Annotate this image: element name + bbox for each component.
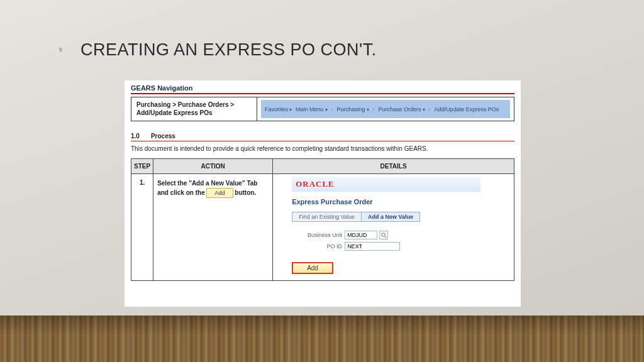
po-id-input[interactable] (345, 242, 400, 251)
tab-strip: Find an Existing Value Add a New Value (292, 212, 509, 222)
business-unit-row: Business Unit (292, 231, 509, 239)
tab-add-new-value[interactable]: Add a New Value (362, 212, 420, 222)
divider (131, 93, 514, 94)
chevron-right-icon: › (429, 106, 431, 112)
svg-line-1 (384, 236, 386, 238)
po-id-label: PO ID (292, 243, 342, 250)
business-unit-label: Business Unit (292, 232, 342, 238)
lookup-icon[interactable] (379, 231, 388, 239)
steps-table: STEP ACTION DETAILS 1. Select the "Add a… (131, 158, 514, 281)
slide-stage: 5 CREATING AN EXPRESS PO CON'T. GEARS Na… (0, 0, 644, 362)
add-chip-icon: Add (206, 188, 233, 198)
crumb-label: Purchasing (337, 106, 365, 112)
caret-down-icon: ▾ (325, 107, 328, 112)
chevron-right-icon: › (331, 106, 333, 112)
po-id-row: PO ID (292, 242, 509, 251)
crumb-purchasing[interactable]: Purchasing▾ (337, 106, 369, 112)
intro-text: This document is intended to provide a q… (131, 145, 514, 152)
crumb-main-menu[interactable]: Main Menu▾ (296, 106, 328, 112)
table-row: 1. Select the "Add a New Value" Tab and … (131, 174, 514, 281)
caret-down-icon: ▾ (423, 107, 425, 112)
navigation-row: Purchasing > Purchase Orders > Add/Updat… (131, 97, 514, 121)
oracle-logo: ORACLE (296, 179, 335, 189)
action-text-b: button. (235, 189, 256, 196)
divider (131, 141, 514, 141)
document-panel: GEARS Navigation Purchasing > Purchase O… (125, 80, 521, 307)
page-subheading: Express Purchase Order (292, 198, 509, 206)
crumb-label: Main Menu (296, 106, 324, 112)
section-title: Process (151, 133, 175, 140)
crumb-label: Favorites (265, 106, 288, 112)
crumb-purchase-orders[interactable]: Purchase Orders▾ (379, 106, 425, 112)
chevron-right-icon: › (373, 106, 375, 112)
crumb-add-update-express-pos[interactable]: Add/Update Express POs (435, 106, 499, 112)
section-header: 1.0 Process (131, 133, 514, 140)
gears-navigation-heading: GEARS Navigation (131, 84, 514, 92)
breadcrumb-bar: Favorites▾ Main Menu▾ › Purchasing▾ › Pu… (261, 100, 510, 118)
oracle-header-bar: ORACLE (292, 177, 480, 192)
slide-title: CREATING AN EXPRESS PO CON'T. (80, 40, 377, 60)
step-details: ORACLE Express Purchase Order Find an Ex… (273, 174, 514, 281)
crumb-label: Purchase Orders (379, 106, 421, 112)
add-button[interactable]: Add (292, 262, 333, 274)
navigation-path-text: Purchasing > Purchase Orders > Add/Updat… (131, 97, 257, 121)
svg-point-0 (382, 233, 385, 236)
col-action: ACTION (153, 159, 273, 174)
crumb-favorites[interactable]: Favorites▾ (265, 106, 292, 112)
caret-down-icon: ▾ (289, 107, 292, 112)
step-action: Select the "Add a New Value" Tab and cli… (153, 174, 273, 281)
floor-texture (0, 315, 644, 362)
slide-number: 5 (59, 47, 62, 53)
col-details: DETAILS (273, 159, 514, 174)
business-unit-input[interactable] (345, 231, 377, 239)
caret-down-icon: ▾ (367, 107, 369, 112)
step-number: 1. (131, 174, 153, 281)
section-number: 1.0 (131, 133, 140, 140)
tab-find-existing[interactable]: Find an Existing Value (292, 212, 362, 222)
col-step: STEP (131, 159, 153, 174)
